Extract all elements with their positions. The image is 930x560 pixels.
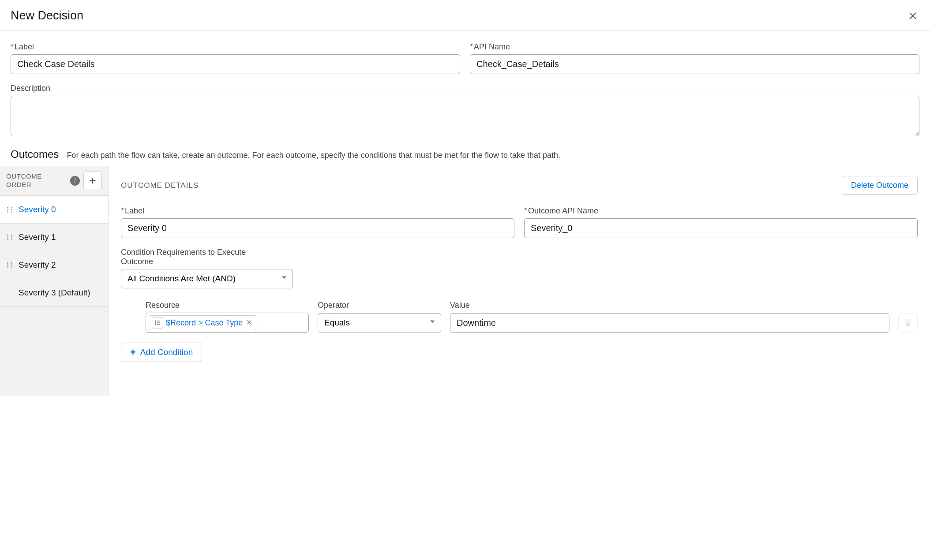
outcome-order-sidebar: OUTCOME ORDER i Severity 0 Severity 1 Se… <box>0 166 109 396</box>
sidebar-item-severity-0[interactable]: Severity 0 <box>0 196 108 224</box>
outcome-api-name-input[interactable] <box>524 218 918 238</box>
list-icon <box>152 317 163 329</box>
plus-icon: + <box>130 347 136 357</box>
info-icon[interactable]: i <box>70 176 80 186</box>
add-condition-label: Add Condition <box>140 347 193 357</box>
condition-requirements-label: Condition Requirements to Execute Outcom… <box>121 248 262 266</box>
description-input[interactable] <box>11 96 919 136</box>
sidebar-item-label: Severity 1 <box>19 232 56 242</box>
sidebar-item-severity-1[interactable]: Severity 1 <box>0 224 108 251</box>
api-name-field-label: *API Name <box>470 42 919 52</box>
plus-icon <box>88 176 97 185</box>
modal-header: New Decision <box>0 0 930 31</box>
resource-column-label: Resource <box>146 301 309 310</box>
value-input[interactable] <box>450 313 889 333</box>
operator-select[interactable]: Equals <box>318 313 441 332</box>
outcome-label-input[interactable] <box>121 218 514 238</box>
delete-outcome-button[interactable]: Delete Outcome <box>842 176 918 195</box>
operator-column-label: Operator <box>318 301 441 310</box>
delete-condition-button[interactable] <box>898 313 918 332</box>
sidebar-item-severity-2[interactable]: Severity 2 <box>0 251 108 279</box>
close-icon <box>908 11 918 21</box>
drag-handle-icon[interactable] <box>7 262 12 268</box>
sidebar-item-label: Severity 2 <box>19 260 56 270</box>
outcomes-section-title: Outcomes <box>11 148 59 161</box>
value-column-label: Value <box>450 301 918 310</box>
drag-handle-icon[interactable] <box>7 235 12 240</box>
svg-point-2 <box>155 324 156 325</box>
close-icon <box>246 319 252 325</box>
outcome-label-field-label: *Label <box>121 206 514 216</box>
sidebar-header-title: OUTCOME ORDER <box>6 172 67 189</box>
resource-input[interactable]: $Record > Case Type <box>146 313 309 333</box>
sidebar-item-label: Severity 3 (Default) <box>19 288 90 298</box>
drag-handle-icon[interactable] <box>7 207 12 213</box>
sidebar-item-severity-3-default[interactable]: Severity 3 (Default) <box>0 279 108 307</box>
add-condition-button[interactable]: + Add Condition <box>121 343 202 362</box>
modal-title: New Decision <box>11 9 83 22</box>
svg-point-0 <box>155 321 156 321</box>
outcome-api-name-field-label: *Outcome API Name <box>524 206 918 216</box>
trash-icon <box>904 318 912 327</box>
svg-point-1 <box>155 322 156 323</box>
api-name-input[interactable] <box>470 54 919 74</box>
outcome-details-title: OUTCOME DETAILS <box>121 181 199 190</box>
resource-pill: $Record > Case Type <box>149 315 256 330</box>
sidebar-item-label: Severity 0 <box>19 205 56 214</box>
label-input[interactable] <box>11 54 460 74</box>
condition-row: $Record > Case Type Equals <box>121 313 918 333</box>
close-button[interactable] <box>906 9 919 22</box>
resource-pill-text: $Record > Case Type <box>166 318 243 328</box>
description-field-label: Description <box>11 84 919 93</box>
condition-requirements-select[interactable]: All Conditions Are Met (AND) <box>121 269 293 288</box>
label-field-label: *Label <box>11 42 460 52</box>
outcomes-help-text: For each path the flow can take, create … <box>67 151 560 160</box>
add-outcome-button[interactable] <box>83 172 102 190</box>
remove-pill-button[interactable] <box>245 318 253 328</box>
